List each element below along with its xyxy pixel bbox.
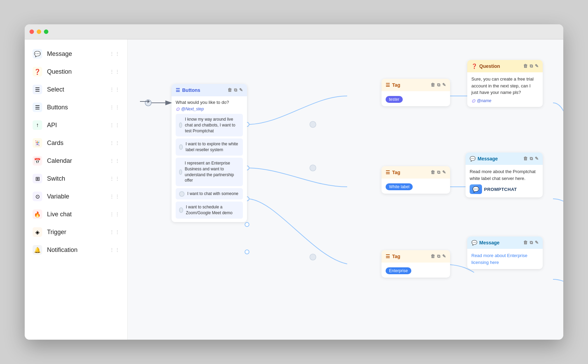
sidebar-item-switch[interactable]: ⊞ Switch ⋮⋮ xyxy=(25,170,127,187)
tag1-body: tester xyxy=(381,91,450,106)
minimize-button[interactable] xyxy=(37,29,41,34)
buttons-node[interactable]: ☰ Buttons 🗑 ⧉ ✎ What would you like to d… xyxy=(172,84,247,222)
message-node-1[interactable]: 💬 Message 🗑 ⧉ ✎ Read more about the Prom… xyxy=(466,153,543,197)
buttons-header-icon: ☰ xyxy=(176,87,180,93)
question-icon: ❓ xyxy=(33,67,42,76)
sidebar-item-livechat[interactable]: 🔥 Live chat ⋮⋮ xyxy=(25,205,127,223)
message-node-2[interactable]: 💬 Message 🗑 ⧉ ✎ Read more about Enterpri… xyxy=(467,236,543,269)
button-option-2[interactable]: I want to to explore the white label res… xyxy=(176,138,243,156)
question-copy-icon[interactable]: ⧉ xyxy=(530,63,533,69)
question-edit-icon[interactable]: ✎ xyxy=(535,63,539,69)
option-port-3 xyxy=(179,169,182,175)
sidebar-item-select[interactable]: ☰ Select ⋮⋮ xyxy=(25,81,127,98)
tag2-delete-icon[interactable]: 🗑 xyxy=(431,170,435,175)
sidebar-label-switch: Switch xyxy=(47,175,105,182)
drag-handle-cards: ⋮⋮ xyxy=(109,140,120,146)
app-window: 💬 Message ⋮⋮ ❓ Question ⋮⋮ ☰ Select ⋮⋮ ☰… xyxy=(25,24,563,340)
message1-title: Message xyxy=(478,156,498,161)
sidebar-label-livechat: Live chat xyxy=(47,211,105,218)
sidebar-item-calendar[interactable]: 📅 Calendar ⋮⋮ xyxy=(25,152,127,170)
tag3-edit-icon[interactable]: ✎ xyxy=(442,254,446,259)
buttons-question-text: What would you like to do? xyxy=(176,100,243,105)
question-node-title: Question xyxy=(479,63,500,69)
sidebar-label-api: API xyxy=(47,122,105,129)
svg-point-6 xyxy=(245,250,249,254)
trigger-icon: ◈ xyxy=(33,227,42,237)
drag-handle-trigger: ⋮⋮ xyxy=(109,229,120,235)
tag3-header: ☰ Tag 🗑 ⧉ ✎ xyxy=(381,250,450,263)
tag1-actions: 🗑 ⧉ ✎ xyxy=(431,82,446,88)
sidebar-label-trigger: Trigger xyxy=(47,229,105,236)
delete-icon[interactable]: 🗑 xyxy=(227,87,232,93)
api-icon: ↑ xyxy=(33,120,42,130)
sidebar-item-variable[interactable]: ⊙ Variable ⋮⋮ xyxy=(25,187,127,205)
tag1-delete-icon[interactable]: 🗑 xyxy=(431,82,435,88)
question-text: Sure, you can create a free trial accoun… xyxy=(471,76,539,96)
sidebar-label-select: Select xyxy=(47,86,105,93)
sidebar-item-message[interactable]: 💬 Message ⋮⋮ xyxy=(25,45,127,63)
button-option-4[interactable]: I want to chat with someone xyxy=(176,188,243,199)
option-port-1 xyxy=(179,122,182,128)
logo-text: PROMPTCHAT xyxy=(484,187,517,192)
button-option-5[interactable]: I want to schedule a Zoom/Google Meet de… xyxy=(176,202,243,219)
sidebar-label-message: Message xyxy=(47,50,105,58)
sidebar-label-cards: Cards xyxy=(47,139,105,147)
tag-node-3[interactable]: ☰ Tag 🗑 ⧉ ✎ Enterprise xyxy=(381,250,450,278)
tag1-title: Tag xyxy=(392,82,400,88)
button-option-3[interactable]: I represent an Enterprise Business and w… xyxy=(176,158,243,186)
sidebar-label-question: Question xyxy=(47,68,105,75)
sidebar-item-buttons[interactable]: ☰ Buttons ⋮⋮ xyxy=(25,98,127,116)
message2-actions: 🗑 ⧉ ✎ xyxy=(523,240,539,245)
message2-edit-icon[interactable]: ✎ xyxy=(535,240,539,245)
close-button[interactable] xyxy=(30,29,34,34)
tag-node-2[interactable]: ☰ Tag 🗑 ⧉ ✎ White label xyxy=(381,166,450,194)
tag2-icon: ☰ xyxy=(386,170,390,175)
sidebar-item-cards[interactable]: 🃏 Cards ⋮⋮ xyxy=(25,134,127,152)
tag3-title: Tag xyxy=(392,254,400,259)
question-variable: ⊙ @name xyxy=(471,98,539,104)
sidebar-item-trigger[interactable]: ◈ Trigger ⋮⋮ xyxy=(25,223,127,241)
message2-delete-icon[interactable]: 🗑 xyxy=(523,240,528,245)
drag-handle-notification: ⋮⋮ xyxy=(109,247,120,253)
question-node[interactable]: ❓ Question 🗑 ⧉ ✎ Sure, you can create a … xyxy=(467,60,543,107)
question-node-body: Sure, you can create a free trial accoun… xyxy=(467,72,543,107)
sidebar-label-notification: Notification xyxy=(47,246,105,254)
tag2-badge: White label xyxy=(386,183,413,190)
sidebar-item-question[interactable]: ❓ Question ⋮⋮ xyxy=(25,63,127,81)
tag2-copy-icon[interactable]: ⧉ xyxy=(437,170,440,175)
maximize-button[interactable] xyxy=(44,29,48,34)
tag1-edit-icon[interactable]: ✎ xyxy=(442,82,446,88)
message1-text: Read more about the Promptchat white lab… xyxy=(470,168,539,182)
tag2-header: ☰ Tag 🗑 ⧉ ✎ xyxy=(381,166,450,179)
question-actions: 🗑 ⧉ ✎ xyxy=(523,63,539,69)
edit-icon[interactable]: ✎ xyxy=(239,87,243,93)
tag3-actions: 🗑 ⧉ ✎ xyxy=(431,254,446,259)
message1-delete-icon[interactable]: 🗑 xyxy=(523,156,528,161)
question-delete-icon[interactable]: 🗑 xyxy=(523,63,528,69)
tag1-copy-icon[interactable]: ⧉ xyxy=(437,82,440,88)
select-icon: ☰ xyxy=(33,85,42,94)
message1-copy-icon[interactable]: ⧉ xyxy=(530,156,533,161)
message2-text: Read more about Enterprise licensing her… xyxy=(471,252,539,266)
tag3-body: Enterprise xyxy=(381,263,450,278)
svg-point-7 xyxy=(310,121,316,128)
tag3-copy-icon[interactable]: ⧉ xyxy=(437,254,440,259)
message2-copy-icon[interactable]: ⧉ xyxy=(530,240,533,245)
tag2-edit-icon[interactable]: ✎ xyxy=(442,170,446,175)
livechat-icon: 🔥 xyxy=(33,209,42,219)
message1-edit-icon[interactable]: ✎ xyxy=(535,156,539,161)
buttons-node-title: Buttons xyxy=(182,87,200,93)
message2-header: 💬 Message 🗑 ⧉ ✎ xyxy=(467,236,543,249)
sidebar-label-buttons: Buttons xyxy=(47,104,105,111)
copy-icon[interactable]: ⧉ xyxy=(234,87,237,93)
sidebar-item-api[interactable]: ↑ API ⋮⋮ xyxy=(25,116,127,134)
button-option-1[interactable]: I know my way around live chat and chatb… xyxy=(176,114,243,136)
question-node-header: ❓ Question 🗑 ⧉ ✎ xyxy=(467,60,543,72)
canvas: ☰ Buttons 🗑 ⧉ ✎ What would you like to d… xyxy=(128,39,563,340)
sidebar-item-notification[interactable]: 🔔 Notification ⋮⋮ xyxy=(25,241,127,259)
tag-node-1[interactable]: ☰ Tag 🗑 ⧉ ✎ tester xyxy=(381,79,450,106)
tag3-delete-icon[interactable]: 🗑 xyxy=(431,254,435,259)
option-port-4 xyxy=(179,191,185,197)
tag2-title: Tag xyxy=(392,170,400,175)
drag-handle-variable: ⋮⋮ xyxy=(109,194,120,199)
